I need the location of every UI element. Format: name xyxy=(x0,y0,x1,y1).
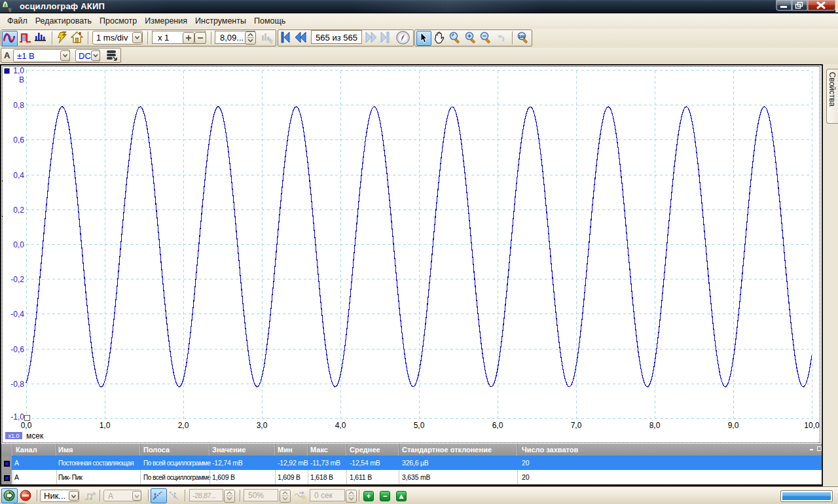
svg-text:x1.0: x1.0 xyxy=(8,433,19,439)
svg-text:0,6: 0,6 xyxy=(13,135,24,145)
svg-text:10,0: 10,0 xyxy=(804,421,820,430)
svg-text:-0,4: -0,4 xyxy=(10,310,24,319)
svg-text:0,2: 0,2 xyxy=(13,206,24,215)
svg-text:4,0: 4,0 xyxy=(335,421,346,430)
svg-text:0,0: 0,0 xyxy=(21,421,32,430)
svg-text:0,0: 0,0 xyxy=(13,240,24,249)
svg-text:1,0: 1,0 xyxy=(100,421,111,430)
svg-text:5,0: 5,0 xyxy=(414,421,425,430)
svg-text:9,0: 9,0 xyxy=(728,421,739,430)
svg-text:-0,2: -0,2 xyxy=(10,275,24,284)
svg-text:-0,8: -0,8 xyxy=(10,380,24,389)
svg-text:мсек: мсек xyxy=(26,431,44,441)
svg-text:2,0: 2,0 xyxy=(178,421,189,430)
svg-text:6,0: 6,0 xyxy=(492,421,503,430)
svg-text:0,4: 0,4 xyxy=(13,171,24,180)
svg-text:1,0: 1,0 xyxy=(13,66,24,75)
svg-text:0,8: 0,8 xyxy=(13,101,24,110)
svg-text:7,0: 7,0 xyxy=(571,421,582,430)
svg-text:В: В xyxy=(19,75,24,84)
svg-text:8,0: 8,0 xyxy=(649,421,661,430)
svg-text:100: 100 xyxy=(519,35,526,39)
svg-text:-0,6: -0,6 xyxy=(10,345,24,354)
svg-text:3,0: 3,0 xyxy=(257,421,268,430)
